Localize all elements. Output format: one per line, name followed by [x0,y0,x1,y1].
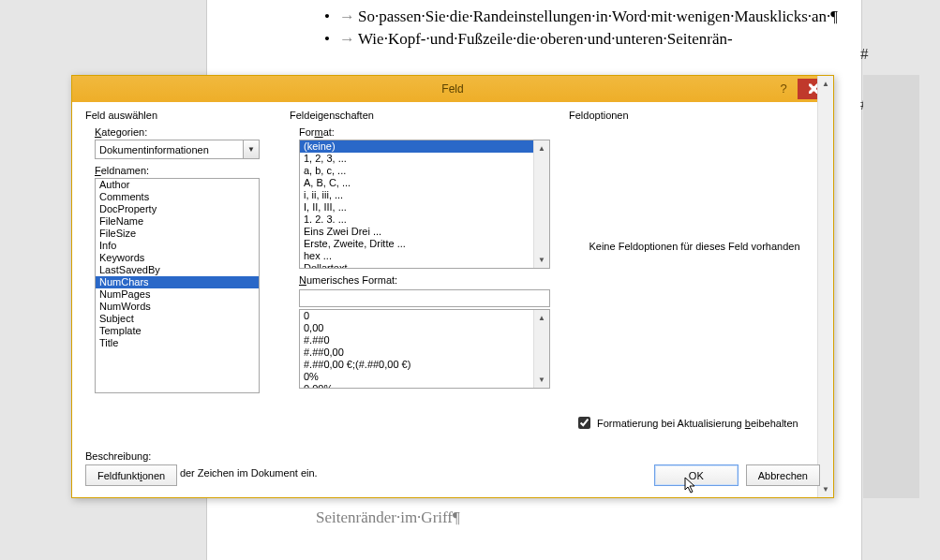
numformat-listbox[interactable]: 00,00#.##0#.##0,00#.##0,00 €;(#.##0,00 €… [299,309,550,389]
list-item[interactable]: Info [96,240,259,252]
help-button[interactable]: ? [770,79,797,97]
list-item[interactable]: Comments [96,191,259,203]
list-item[interactable]: Keywords [96,252,259,264]
list-item[interactable]: i, ii, iii, ... [300,189,549,201]
list-item[interactable]: NumPages [96,288,259,301]
field-select-group: Feld auswählen Kategorien: Dokumentinfor… [85,110,282,449]
list-item[interactable]: 0,00 [300,322,549,334]
dialog-title: Feld [72,82,833,96]
categories-combo[interactable]: Dokumentinformationen ▼ [95,140,260,159]
list-item[interactable]: Title [96,337,259,349]
list-item[interactable]: 0% [300,371,549,383]
numformat-label: Numerisches Format: [299,274,561,286]
list-item[interactable]: #.##0,00 €;(#.##0,00 €) [300,359,549,371]
fieldnames-label: Feldnamen: [95,165,282,176]
list-item[interactable]: 1, 2, 3, ... [300,153,549,165]
preserve-formatting-check[interactable]: Formatierung bei Aktualisierung beibehal… [574,414,798,432]
scrollbar[interactable]: ▲▼ [533,140,549,268]
checkbox[interactable] [578,417,590,429]
list-item[interactable]: Subject [96,313,259,325]
chevron-down-icon[interactable]: ▼ [243,140,259,158]
list-item[interactable]: 0 [300,310,549,322]
list-item[interactable]: LastSavedBy [96,264,259,276]
categories-label: Kategorien: [95,126,282,138]
group-title: Feldoptionen [569,110,820,121]
format-listbox[interactable]: (keine)1, 2, 3, ...a, b, c, ...A, B, C, … [299,140,550,269]
list-item[interactable]: Author [96,179,259,191]
list-item[interactable]: (keine) [300,140,549,153]
titlebar[interactable]: Feld ? 🗙 [72,76,833,102]
list-item[interactable]: Template [96,325,259,337]
list-item[interactable]: Erste, Zweite, Dritte ... [300,238,549,250]
list-item[interactable]: DocProperty [96,203,259,215]
group-title: Feldeigenschaften [290,110,561,121]
description-label: Beschreibung: [85,450,833,462]
no-options-msg: Keine Feldoptionen für dieses Feld vorha… [569,241,820,252]
list-item[interactable]: NumChars [96,276,259,288]
list-item[interactable]: NumWords [96,301,259,313]
list-item[interactable]: hex ... [300,250,549,262]
categories-value: Dokumentinformationen [99,144,243,155]
list-item[interactable]: #.##0,00 [300,346,549,359]
ok-button[interactable]: OK [654,464,739,486]
list-item[interactable]: 1. 2. 3. ... [300,214,549,226]
list-item[interactable]: FileSize [96,228,259,240]
bullet-text-1: So·passen·Sie·die·Randeinstellungen·in·W… [358,7,838,25]
list-item[interactable]: Eins Zwei Drei ... [300,226,549,238]
field-properties-group: Feldeigenschaften Format: (keine)1, 2, 3… [290,110,561,449]
scrollbar[interactable]: ▲▼ [533,310,549,388]
field-options-group: Feldoptionen Keine Feldoptionen für dies… [569,110,820,449]
list-item[interactable]: 0,00% [300,383,549,389]
format-label: Format: [299,126,561,138]
list-item[interactable]: Dollartext [300,262,549,269]
footer-text: Seitenränder·im·Griff¶ [316,508,460,527]
page-shadow [863,75,919,498]
list-item[interactable]: #.##0 [300,334,549,346]
bullet-list: •→ So·passen·Sie·die·Randeinstellungen·i… [324,7,830,49]
group-title: Feld auswählen [85,110,282,121]
fieldnames-listbox[interactable]: AuthorCommentsDocPropertyFileNameFileSiz… [95,178,260,393]
checkbox-label: Formatierung bei Aktualisierung beibehal… [597,418,798,429]
cancel-button[interactable]: Abbrechen [746,464,820,486]
field-functions-button[interactable]: Feldfunktionen [85,464,177,486]
list-item[interactable]: a, b, c, ... [300,165,549,177]
list-item[interactable]: A, B, C, ... [300,177,549,189]
list-item[interactable]: FileName [96,215,259,228]
hash-mark: # [860,45,869,64]
numformat-input[interactable] [299,289,550,307]
list-item[interactable]: I, II, III, ... [300,201,549,214]
bullet-text-2: Wie·Kopf-·und·Fußzeile·die·oberen·und·un… [358,30,733,48]
field-dialog: Feld ? 🗙 Feld auswählen Kategorien: Doku… [71,75,834,498]
